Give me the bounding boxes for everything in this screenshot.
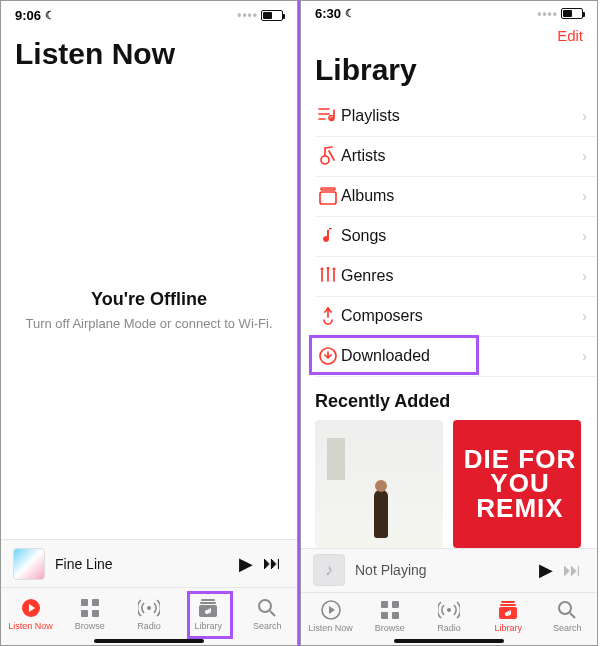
- svg-point-11: [321, 156, 329, 164]
- recently-added-row: DIE FOR YOU REMIX: [301, 420, 597, 548]
- home-indicator[interactable]: [394, 639, 504, 643]
- svg-rect-4: [92, 610, 99, 617]
- chevron-right-icon: ›: [582, 348, 587, 364]
- home-indicator[interactable]: [94, 639, 204, 643]
- tab-browse[interactable]: Browse: [362, 599, 418, 633]
- recent-album-2[interactable]: DIE FOR YOU REMIX: [453, 420, 581, 548]
- chevron-right-icon: ›: [582, 108, 587, 124]
- tab-search[interactable]: Search: [539, 599, 595, 633]
- tab-label: Radio: [137, 621, 161, 631]
- library-row-label: Artists: [341, 147, 582, 165]
- svg-rect-21: [381, 612, 388, 619]
- tab-listen-now[interactable]: Listen Now: [3, 597, 59, 631]
- album2-line3: REMIX: [476, 496, 563, 521]
- library-row-label: Genres: [341, 267, 582, 285]
- chevron-right-icon: ›: [582, 228, 587, 244]
- svg-rect-22: [392, 612, 399, 619]
- recently-added-title: Recently Added: [301, 377, 597, 420]
- offline-title: You're Offline: [91, 289, 207, 310]
- grid-icon: [81, 597, 99, 619]
- svg-rect-13: [320, 192, 336, 204]
- tab-label: Browse: [375, 623, 405, 633]
- tab-library[interactable]: Library: [180, 597, 236, 631]
- library-tab-icon: [499, 599, 517, 621]
- albums-icon: [315, 187, 341, 205]
- tab-label: Library: [194, 621, 222, 631]
- tab-label: Browse: [75, 621, 105, 631]
- offline-message: You're Offline Turn off Airplane Mode or…: [1, 81, 297, 539]
- artists-icon: [315, 146, 341, 166]
- library-row-artists[interactable]: Artists ›: [315, 137, 597, 177]
- svg-point-16: [333, 268, 336, 271]
- recent-album-1[interactable]: [315, 420, 443, 548]
- tab-radio[interactable]: Radio: [421, 599, 477, 633]
- svg-rect-3: [81, 610, 88, 617]
- radio-icon: [138, 597, 160, 619]
- mini-player-art[interactable]: [13, 548, 45, 580]
- battery-icon: [561, 8, 583, 19]
- svg-rect-2: [92, 599, 99, 606]
- status-time: 6:30: [315, 6, 341, 21]
- play-icon[interactable]: ▶: [233, 553, 259, 575]
- tab-radio[interactable]: Radio: [121, 597, 177, 631]
- svg-point-10: [330, 117, 334, 121]
- tab-label: Radio: [437, 623, 461, 633]
- mini-player-track: Not Playing: [355, 562, 533, 578]
- tab-bar: Listen Now Browse Radio Library Search: [301, 592, 597, 645]
- tab-label: Listen Now: [308, 623, 353, 633]
- tab-label: Search: [253, 621, 282, 631]
- library-row-songs[interactable]: Songs ›: [315, 217, 597, 257]
- tab-library[interactable]: Library: [480, 599, 536, 633]
- dnd-moon-icon: ☾: [45, 9, 55, 22]
- svg-rect-7: [200, 602, 216, 604]
- genres-icon: [315, 267, 341, 285]
- library-row-albums[interactable]: Albums ›: [315, 177, 597, 217]
- svg-rect-20: [392, 601, 399, 608]
- library-row-downloaded[interactable]: Downloaded ›: [315, 337, 597, 377]
- tab-listen-now[interactable]: Listen Now: [303, 599, 359, 633]
- svg-rect-19: [381, 601, 388, 608]
- status-time: 9:06: [15, 8, 41, 23]
- library-row-label: Albums: [341, 187, 582, 205]
- svg-point-9: [259, 600, 271, 612]
- play-circle-icon: [21, 597, 41, 619]
- mini-player-art[interactable]: ♪: [313, 554, 345, 586]
- chevron-right-icon: ›: [582, 148, 587, 164]
- phone-right: 6:30 ☾ •••• Edit Library Playlists › Art…: [300, 0, 598, 646]
- library-row-composers[interactable]: Composers ›: [315, 297, 597, 337]
- play-icon[interactable]: ▶: [533, 559, 559, 581]
- library-row-playlists[interactable]: Playlists ›: [315, 97, 597, 137]
- tab-bar: Listen Now Browse Radio Library Search: [1, 587, 297, 645]
- edit-button[interactable]: Edit: [557, 27, 583, 45]
- svg-rect-6: [201, 599, 215, 601]
- library-row-genres[interactable]: Genres ›: [315, 257, 597, 297]
- chevron-right-icon: ›: [582, 188, 587, 204]
- tab-browse[interactable]: Browse: [62, 597, 118, 631]
- playlists-icon: [315, 107, 341, 125]
- forward-icon[interactable]: ⏭: [259, 553, 285, 574]
- svg-point-14: [321, 268, 324, 271]
- svg-point-23: [447, 608, 451, 612]
- radio-icon: [438, 599, 460, 621]
- chevron-right-icon: ›: [582, 268, 587, 284]
- chevron-right-icon: ›: [582, 308, 587, 324]
- tab-label: Search: [553, 623, 582, 633]
- library-row-label: Downloaded: [341, 347, 582, 365]
- mini-player[interactable]: Fine Line ▶ ⏭: [1, 539, 297, 587]
- library-row-label: Songs: [341, 227, 582, 245]
- phone-left: 9:06 ☾ •••• Listen Now You're Offline Tu…: [0, 0, 298, 646]
- tab-search[interactable]: Search: [239, 597, 295, 631]
- page-title: Listen Now: [1, 29, 297, 81]
- svg-rect-24: [501, 601, 515, 603]
- offline-subtitle: Turn off Airplane Mode or connect to Wi-…: [25, 316, 272, 331]
- status-bar: 6:30 ☾ ••••: [301, 1, 597, 27]
- page-title: Library: [301, 45, 597, 97]
- status-bar: 9:06 ☾ ••••: [1, 1, 297, 29]
- forward-icon[interactable]: ⏭: [559, 560, 585, 581]
- library-tab-icon: [199, 597, 217, 619]
- mini-player[interactable]: ♪ Not Playing ▶ ⏭: [301, 548, 597, 592]
- library-row-label: Composers: [341, 307, 582, 325]
- svg-rect-25: [500, 604, 516, 606]
- svg-point-5: [147, 606, 151, 610]
- mini-player-track: Fine Line: [55, 556, 233, 572]
